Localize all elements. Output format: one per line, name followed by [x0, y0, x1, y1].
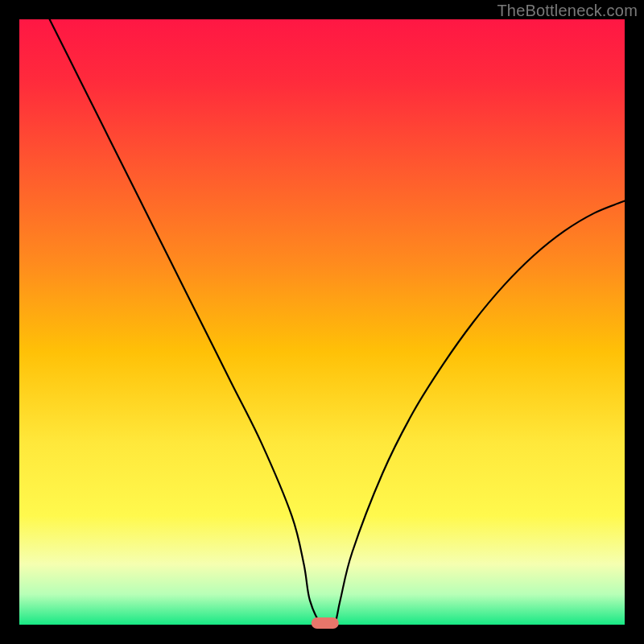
optimum-marker — [312, 617, 339, 629]
chart-frame: TheBottleneck.com — [0, 0, 644, 644]
bottleneck-chart — [0, 0, 644, 644]
plot-background — [19, 19, 625, 625]
watermark-label: TheBottleneck.com — [497, 2, 638, 20]
